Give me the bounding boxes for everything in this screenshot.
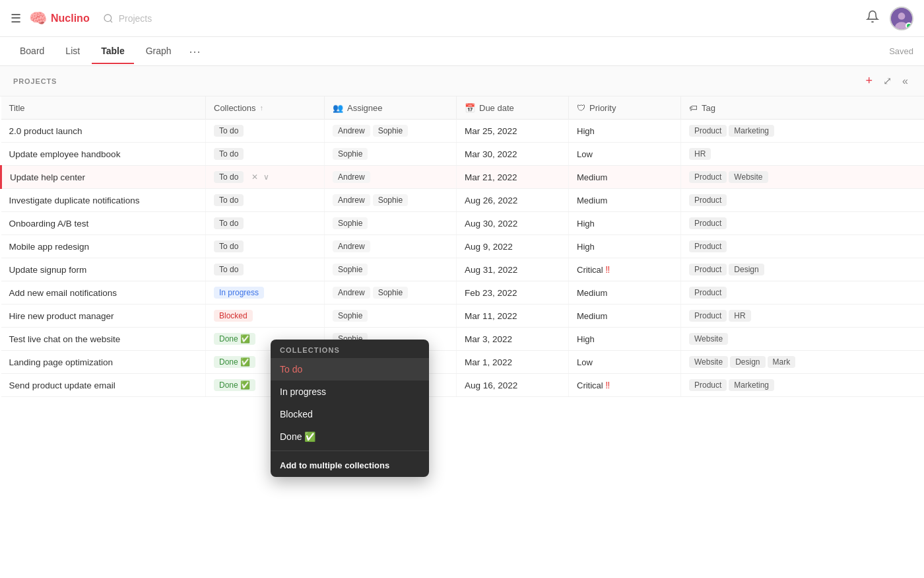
row-title[interactable]: Investigate duplicate notifications bbox=[9, 196, 140, 205]
collection-badge[interactable]: To do bbox=[214, 125, 244, 137]
col-tag: 🏷 Tag ⋮ bbox=[681, 96, 925, 120]
cell-priority: Medium bbox=[569, 281, 681, 305]
search-placeholder: Projects bbox=[119, 13, 152, 24]
tab-more-menu[interactable]: ⋯ bbox=[186, 42, 203, 61]
projects-table: Title + ⋮ Collections ↑ ⋮ 👥 Assigne bbox=[0, 96, 924, 397]
table-row: Landing page optimization + ⋮ Done ✅Andr… bbox=[1, 351, 925, 374]
cell-priority: Low bbox=[569, 351, 681, 374]
row-title[interactable]: Update help center bbox=[10, 172, 85, 182]
assignee-badge: Andrew bbox=[333, 171, 370, 183]
cell-tag: ProductMarketing bbox=[681, 374, 925, 397]
cell-tag: Product bbox=[681, 189, 925, 212]
collapse-button[interactable]: « bbox=[900, 74, 911, 89]
priority-col-label: Priority bbox=[589, 103, 616, 113]
col-due-date: 📅 Due date ⋮ bbox=[457, 96, 569, 120]
cell-tag: Website bbox=[681, 328, 925, 351]
cell-tag: Product bbox=[681, 281, 925, 305]
collection-badge[interactable]: To do bbox=[214, 148, 244, 160]
collection-badge[interactable]: Done ✅ bbox=[214, 379, 255, 391]
avatar[interactable] bbox=[890, 7, 913, 30]
cell-tag: ProductHR bbox=[681, 305, 925, 328]
cell-due-date: Mar 21, 2022 bbox=[457, 166, 569, 189]
cell-assignee: Sophie bbox=[325, 212, 457, 235]
row-title[interactable]: Send product update email bbox=[9, 380, 116, 390]
tag-badge: Product bbox=[689, 171, 727, 183]
assignee-badge: Sophie bbox=[373, 125, 408, 137]
cell-collection: To do ✕ ∨ bbox=[206, 166, 325, 189]
priority-value: High bbox=[577, 334, 595, 344]
dropdown-add-multiple[interactable]: Add to multiple collections bbox=[271, 454, 429, 477]
cell-collection: To do bbox=[206, 258, 325, 281]
row-title[interactable]: Landing page optimization bbox=[9, 357, 114, 367]
hamburger-menu[interactable]: ☰ bbox=[11, 11, 21, 26]
collections-sort[interactable]: ↑ bbox=[260, 104, 264, 112]
collection-badge-active[interactable]: To do bbox=[214, 171, 244, 183]
row-title[interactable]: Update signup form bbox=[9, 265, 87, 275]
collection-badge[interactable]: To do bbox=[214, 217, 244, 229]
cell-title: Update employee handbook + ⋮ bbox=[1, 143, 206, 166]
tag-badge: Product bbox=[689, 217, 727, 229]
row-title[interactable]: Add new email notifications bbox=[9, 288, 117, 298]
due-date-value: Mar 1, 2022 bbox=[465, 357, 512, 367]
row-title[interactable]: 2.0 product launch bbox=[9, 126, 82, 136]
collection-badge[interactable]: To do bbox=[214, 264, 244, 275]
row-title[interactable]: Onboarding A/B test bbox=[9, 219, 89, 229]
cell-assignee: AndrewSophie bbox=[325, 120, 457, 143]
collection-badge[interactable]: To do bbox=[214, 240, 244, 252]
collection-badge[interactable]: Blocked bbox=[214, 310, 253, 322]
collection-badge[interactable]: To do bbox=[214, 194, 244, 206]
tag-icon: 🏷 bbox=[689, 103, 698, 113]
table-row: Update signup form + ⋮ To doSophieAug 31… bbox=[1, 258, 925, 281]
tag-badge: Product bbox=[689, 287, 727, 299]
table-row: Update employee handbook + ⋮ To doSophie… bbox=[1, 143, 925, 166]
section-title: PROJECTS bbox=[13, 77, 863, 85]
add-item-button[interactable]: + bbox=[863, 73, 876, 89]
tab-graph[interactable]: Graph bbox=[137, 39, 181, 64]
table-row: Hire new product manager + ⋮ BlockedSoph… bbox=[1, 305, 925, 328]
dropdown-item-todo[interactable]: To do bbox=[271, 358, 429, 380]
dropdown-item-inprogress[interactable]: In progress bbox=[271, 380, 429, 403]
cell-assignee: Andrew bbox=[325, 235, 457, 258]
tab-table[interactable]: Table bbox=[92, 39, 134, 64]
row-title[interactable]: Test live chat on the website bbox=[9, 334, 121, 344]
cell-priority: High bbox=[569, 120, 681, 143]
dropdown-item-blocked[interactable]: Blocked bbox=[271, 403, 429, 425]
cell-priority: High bbox=[569, 235, 681, 258]
dropdown-header: COLLECTIONS bbox=[271, 340, 429, 358]
table-row: Send product update email + ⋮ Done ✅Andr… bbox=[1, 374, 925, 397]
logo: 🧠 Nuclino bbox=[29, 10, 90, 27]
collection-chevron[interactable]: ∨ bbox=[263, 172, 269, 182]
assignee-icon: 👥 bbox=[333, 103, 343, 113]
cell-collection: To do bbox=[206, 143, 325, 166]
collection-clear[interactable]: ✕ bbox=[249, 171, 261, 183]
tag-badge: Product bbox=[689, 194, 727, 206]
collection-badge[interactable]: Done ✅ bbox=[214, 356, 255, 368]
critical-icon: ‼ bbox=[605, 380, 610, 390]
due-date-value: Aug 30, 2022 bbox=[465, 219, 517, 229]
cell-priority: Medium bbox=[569, 305, 681, 328]
collection-badge[interactable]: In progress bbox=[214, 287, 264, 299]
notification-bell[interactable] bbox=[866, 10, 879, 26]
cell-due-date: Mar 11, 2022 bbox=[457, 305, 569, 328]
search-bar[interactable]: Projects bbox=[103, 13, 866, 24]
row-title[interactable]: Hire new product manager bbox=[9, 311, 114, 321]
priority-value: Medium bbox=[577, 288, 607, 298]
expand-button[interactable]: ⤢ bbox=[880, 73, 894, 89]
cell-assignee: AndrewSophie bbox=[325, 281, 457, 305]
assignee-col-label: Assignee bbox=[347, 103, 382, 113]
row-title[interactable]: Mobile app redesign bbox=[9, 242, 90, 252]
due-date-value: Feb 23, 2022 bbox=[465, 288, 517, 298]
due-date-col-label: Due date bbox=[479, 103, 514, 113]
cell-due-date: Mar 1, 2022 bbox=[457, 351, 569, 374]
cell-title: Add new email notifications + ⋮ bbox=[1, 281, 206, 305]
collection-badge[interactable]: Done ✅ bbox=[214, 333, 255, 345]
cell-assignee: Andrew bbox=[325, 166, 457, 189]
cell-due-date: Mar 3, 2022 bbox=[457, 328, 569, 351]
assignee-badge: Sophie bbox=[333, 148, 368, 160]
tab-list[interactable]: List bbox=[56, 39, 89, 64]
cell-tag: WebsiteDesignMark bbox=[681, 351, 925, 374]
tab-board[interactable]: Board bbox=[11, 39, 53, 64]
table-row: Mobile app redesign + ⋮ To doAndrewAug 9… bbox=[1, 235, 925, 258]
row-title[interactable]: Update employee handbook bbox=[9, 149, 121, 159]
dropdown-item-done[interactable]: Done ✅ bbox=[271, 425, 429, 448]
